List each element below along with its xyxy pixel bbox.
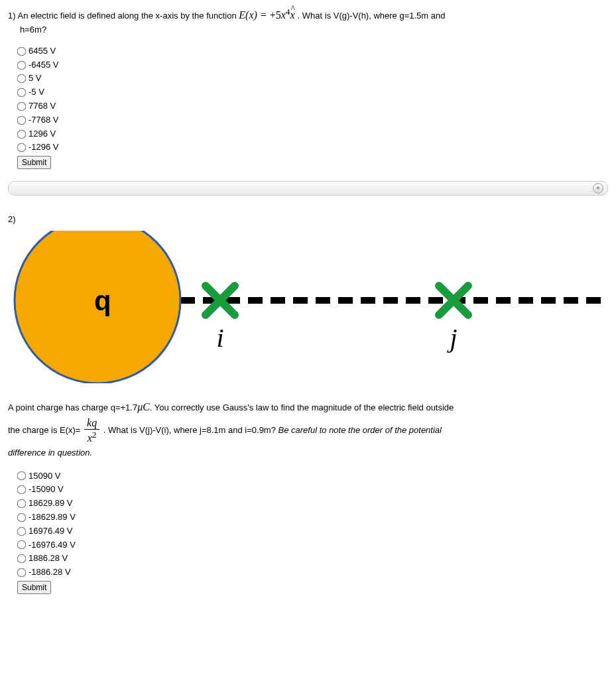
svg-text:j: j: [446, 323, 457, 353]
radio-input[interactable]: [17, 129, 27, 139]
q2-prompt: A point charge has charge q=+1.7μC. You …: [8, 397, 608, 461]
q2-number: 2): [8, 214, 608, 224]
radio-input[interactable]: [17, 115, 27, 125]
radio-input[interactable]: [17, 554, 27, 564]
radio-input[interactable]: [17, 74, 27, 84]
q2-text-d: . What is V(j)-V(i), where j=8.1m and i=…: [103, 425, 278, 435]
q1-text-c: h=6m?: [20, 23, 608, 36]
q1-text-a: An electric field is defined along the x…: [17, 11, 239, 21]
radio-input[interactable]: [17, 568, 27, 578]
q1-option[interactable]: 7768 V: [17, 99, 608, 113]
q2-options: 15090 V -15090 V 18629.89 V -18629.89 V …: [17, 469, 608, 580]
radio-input[interactable]: [17, 499, 27, 509]
q2-option[interactable]: 16976.49 V: [17, 525, 608, 538]
radio-input[interactable]: [17, 88, 27, 97]
question-2: 2) q i j A point charge has charge q=+1.…: [8, 214, 608, 594]
radio-input[interactable]: [17, 143, 27, 153]
q1-option[interactable]: -6455 V: [17, 58, 608, 72]
radio-input[interactable]: [17, 471, 27, 481]
q2-text-a: A point charge has charge q=+1.7: [8, 402, 137, 412]
radio-input[interactable]: [17, 46, 27, 56]
q2-option[interactable]: 18629.89 V: [17, 497, 608, 511]
radio-input[interactable]: [17, 485, 27, 495]
q1-prompt: 1) An electric field is defined along th…: [8, 5, 608, 36]
q1-option[interactable]: 5 V: [17, 72, 608, 86]
q1-number: 1): [8, 11, 16, 21]
q2-text-e: Be careful to note the order of the pote…: [278, 425, 442, 435]
q2-option[interactable]: -1886.28 V: [17, 566, 608, 580]
q1-option[interactable]: -7768 V: [17, 113, 608, 127]
q1-equation: E(x) = +5x4x: [239, 9, 297, 21]
q1-option[interactable]: -1296 V: [17, 141, 608, 154]
q2-diagram: q i j: [8, 231, 608, 383]
q2-option[interactable]: 15090 V: [17, 469, 608, 483]
q1-option[interactable]: 6455 V: [17, 44, 608, 58]
q2-text-b: . You correctly use Gauss's law to find …: [150, 402, 454, 412]
plus-icon[interactable]: +: [593, 183, 603, 194]
q1-option[interactable]: 1296 V: [17, 127, 608, 141]
radio-input[interactable]: [17, 526, 27, 536]
q1-text-b: . What is V(g)-V(h), where g=1.5m and: [298, 11, 446, 21]
radio-input[interactable]: [17, 513, 27, 522]
q2-option[interactable]: -18629.89 V: [17, 511, 608, 525]
q2-option[interactable]: -15090 V: [17, 483, 608, 497]
q2-text-f: difference in question.: [8, 448, 92, 458]
q2-option[interactable]: 1886.28 V: [17, 552, 608, 566]
q1-submit-button[interactable]: Submit: [17, 156, 51, 169]
q2-fraction: kq x2: [84, 418, 99, 444]
expand-bar[interactable]: +: [8, 181, 608, 196]
radio-input[interactable]: [17, 102, 27, 111]
radio-input[interactable]: [17, 60, 27, 70]
question-1: 1) An electric field is defined along th…: [8, 5, 608, 169]
svg-text:i: i: [216, 323, 223, 353]
q1-options: 6455 V -6455 V 5 V -5 V 7768 V -7768 V 1…: [17, 44, 608, 154]
radio-input[interactable]: [17, 540, 27, 550]
q2-option[interactable]: -16976.49 V: [17, 538, 608, 552]
q1-option[interactable]: -5 V: [17, 86, 608, 99]
charge-label-text: q: [94, 285, 111, 316]
q2-text-c: the charge is E(x)=: [8, 425, 80, 435]
q2-submit-button[interactable]: Submit: [17, 581, 51, 594]
